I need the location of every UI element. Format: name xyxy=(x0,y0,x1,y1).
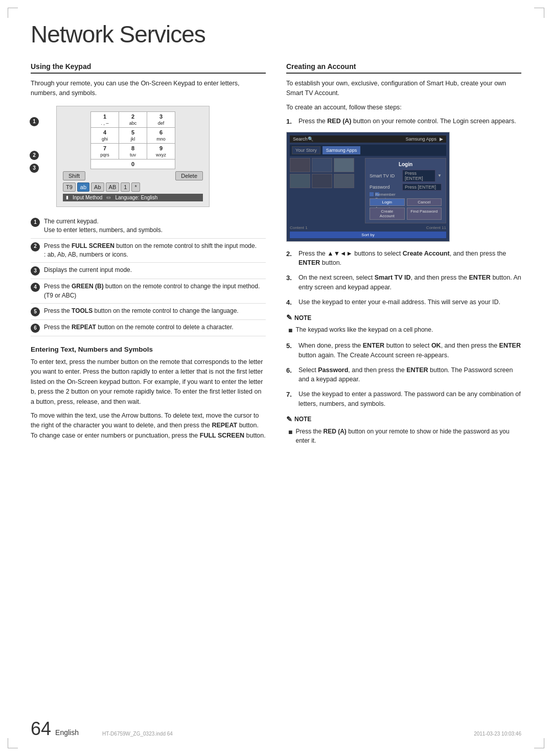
input-method-icon: ▮ xyxy=(66,195,68,200)
using-keypad-intro: Through your remote, you can use the On-… xyxy=(31,79,266,99)
keypad-table: 1. , – 2abc 3def 4ghi 5jkl 6mno 7pqrs 8t… xyxy=(90,111,175,169)
step-num-7: 7. xyxy=(286,390,294,400)
login-content: Login Smart TV ID Press [ENTER] ▼ Passwo… xyxy=(290,158,446,223)
keypad-diagram-container: 1 2 3 6 4 5 1. , – 2abc 3def 4ghi xyxy=(41,106,266,207)
note-bullet-1: ■ xyxy=(288,325,292,336)
login-button[interactable]: Login xyxy=(370,198,405,206)
keypad-mode-buttons: T9 ab Ab AB 1 * xyxy=(63,182,203,192)
thumbnail xyxy=(312,158,332,172)
login-topbar: Search 🔍 Samsung Apps ▶ xyxy=(290,135,446,143)
mode-1[interactable]: 1 xyxy=(121,182,130,192)
key-1[interactable]: 1. , – xyxy=(91,111,119,127)
legend-num-1: 1 xyxy=(31,218,40,227)
key-7[interactable]: 7pqrs xyxy=(91,143,119,159)
step-5: 5. When done, press the ENTER button to … xyxy=(286,341,521,360)
cancel-button[interactable]: Cancel xyxy=(407,198,442,206)
mode-t9[interactable]: T9 xyxy=(63,182,76,192)
password-label: Password xyxy=(370,185,400,190)
key-8[interactable]: 8tuv xyxy=(119,143,147,159)
entering-text-heading: Entering Text, Numbers and Symbols xyxy=(31,346,266,353)
step-num-2: 2. xyxy=(286,249,294,259)
step-3: 3. On the next screen, select Smart TV I… xyxy=(286,273,521,292)
search-icon: 🔍 xyxy=(308,136,313,142)
login-actions: Login Cancel xyxy=(370,198,442,206)
step-text-2: Press the ▲▼◄► buttons to select Create … xyxy=(298,249,521,268)
language-icon: ▭ xyxy=(106,195,111,200)
steps-list-3: 5. When done, press the ENTER button to … xyxy=(286,341,521,409)
keypad-shift-row: Shift Delete xyxy=(63,171,203,180)
key-5[interactable]: 5jkl xyxy=(119,127,147,143)
page-num-value: 64 xyxy=(31,718,51,739)
thumbnail xyxy=(334,174,354,188)
step-text-7: Use the keypad to enter a password. The … xyxy=(298,390,521,409)
legend-item-3: 3 Displays the current input mode. xyxy=(31,263,266,279)
right-column: Creating an Account To establish your ow… xyxy=(286,62,521,450)
note-text-2-1: Press the RED (A) button on your remote … xyxy=(295,427,521,445)
thumbnail xyxy=(290,158,310,172)
entering-text-body2: To move within the text, use the Arrow b… xyxy=(31,411,266,441)
tab-your-story[interactable]: Your Story xyxy=(292,146,320,154)
sortby-bar[interactable]: Sort by xyxy=(290,232,446,238)
mode-AB[interactable]: AB xyxy=(106,182,120,192)
legend-item-5: 5 Press the TOOLS button on the remote c… xyxy=(31,304,266,320)
legend-item-6: 6 Press the REPEAT button on the remote … xyxy=(31,320,266,336)
dropdown-arrow-icon: ▼ xyxy=(438,173,442,178)
create-account-button[interactable]: Create Account xyxy=(370,208,405,220)
page-title: Network Services xyxy=(31,20,521,48)
key-2[interactable]: 2abc xyxy=(119,111,147,127)
step-text-5: When done, press the ENTER button to sel… xyxy=(298,341,521,360)
key-4[interactable]: 4ghi xyxy=(91,127,119,143)
smart-tv-id-label: Smart TV ID xyxy=(370,173,400,178)
delete-button[interactable]: Delete xyxy=(175,171,203,180)
step-num-5: 5. xyxy=(286,341,294,351)
login-box: Login Smart TV ID Press [ENTER] ▼ Passwo… xyxy=(365,158,446,223)
mode-Ab[interactable]: Ab xyxy=(91,182,104,192)
shift-button[interactable]: Shift xyxy=(63,171,85,180)
smart-tv-id-value[interactable]: Press [ENTER] xyxy=(402,170,435,182)
login-bottom-row: Content 1 Content 11 xyxy=(290,225,446,230)
legend-text-4: Press the GREEN (B) button on the remote… xyxy=(44,282,266,300)
legend-text-6: Press the REPEAT button on the remote co… xyxy=(44,323,234,332)
key-3[interactable]: 3def xyxy=(147,111,175,127)
remember-label: Remember Smart TV Account Password xyxy=(375,192,379,196)
keypad-row: 4ghi 5jkl 6mno xyxy=(91,127,175,143)
left-column: Using the Keypad Through your remote, yo… xyxy=(31,62,266,450)
remember-checkbox[interactable] xyxy=(370,192,374,196)
legend-text-5: Press the TOOLS button on the remote con… xyxy=(44,307,239,315)
page-lang: English xyxy=(55,728,79,737)
password-value[interactable]: Press [ENTER] xyxy=(402,184,442,191)
callout-1: 1 xyxy=(30,117,39,126)
search-label: Search xyxy=(293,136,308,142)
legend-text-3: Displays the current input mode. xyxy=(44,266,132,274)
mode-ab[interactable]: ab xyxy=(77,182,89,192)
key-6[interactable]: 6mno xyxy=(147,127,175,143)
step-text-1: Press the RED (A) button on your remote … xyxy=(298,117,516,126)
note-title-1: ✎ NOTE xyxy=(286,312,521,323)
key-0[interactable]: 0 xyxy=(91,159,175,169)
login-tabs: Your Story Samsung Apps xyxy=(290,145,446,156)
step-num-3: 3. xyxy=(286,273,294,283)
footer-file: HT-D6759W_ZG_0323.indd 64 xyxy=(102,731,173,737)
corner-mark-tr xyxy=(534,8,544,18)
note-item-2-1: ■ Press the RED (A) button on your remot… xyxy=(286,427,521,445)
password-field: Password Press [ENTER] xyxy=(370,184,442,191)
content-label-right: Content 11 xyxy=(426,225,446,230)
note-box-1: ✎ NOTE ■ The keypad works like the keypa… xyxy=(286,312,521,336)
keypad-row: 7pqrs 8tuv 9wxyz xyxy=(91,143,175,159)
tab-samsung-apps[interactable]: Samsung Apps xyxy=(323,146,361,154)
legend-text-1: The current keypad.Use to enter letters,… xyxy=(44,217,163,235)
mode-star[interactable]: * xyxy=(131,182,140,192)
legend-item-2: 2 Press the FULL SCREEN button on the re… xyxy=(31,239,266,263)
note-label-1: NOTE xyxy=(294,313,311,323)
step-text-6: Select Password, and then press the ENTE… xyxy=(298,365,521,385)
thumbnail xyxy=(334,158,354,172)
step-num-6: 6. xyxy=(286,365,294,376)
callout-2: 2 xyxy=(30,151,39,160)
key-9[interactable]: 9wxyz xyxy=(147,143,175,159)
login-screenshot: Search 🔍 Samsung Apps ▶ Your Story Samsu… xyxy=(286,132,450,242)
find-password-button[interactable]: Find Password xyxy=(407,208,442,220)
legend-num-4: 4 xyxy=(31,283,40,292)
note-icon-2: ✎ xyxy=(286,414,292,425)
note-text-1-1: The keypad works like the keypad on a ce… xyxy=(295,325,433,334)
smart-tv-id-field: Smart TV ID Press [ENTER] ▼ xyxy=(370,170,442,182)
